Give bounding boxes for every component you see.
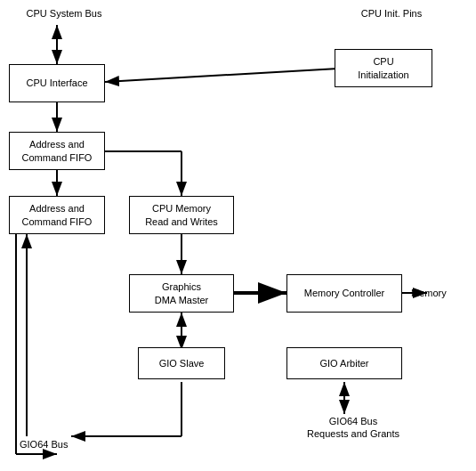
addr-cmd-fifo1-label: Address andCommand FIFO — [22, 138, 93, 164]
architecture-diagram: CPU Interface Address andCommand FIFO Ad… — [0, 0, 476, 471]
graphics-dma-box: GraphicsDMA Master — [129, 274, 234, 313]
cpu-mem-rw-box: CPU MemoryRead and Writes — [129, 196, 234, 234]
gio-arbiter-box: GIO Arbiter — [286, 347, 402, 379]
gio-slave-label: GIO Slave — [159, 357, 205, 369]
gio-slave-box: GIO Slave — [138, 347, 225, 379]
gio-arbiter-label: GIO Arbiter — [319, 357, 368, 369]
cpu-system-bus-label: CPU System Bus — [11, 7, 117, 20]
cpu-mem-rw-label: CPU MemoryRead and Writes — [145, 202, 218, 228]
cpu-interface-label: CPU Interface — [26, 77, 87, 89]
graphics-dma-label: GraphicsDMA Master — [155, 280, 209, 306]
svg-line-12 — [105, 69, 338, 82]
memory-label: Memory — [411, 287, 447, 299]
addr-cmd-fifo2-box: Address andCommand FIFO — [9, 196, 105, 234]
cpu-interface-box: CPU Interface — [9, 64, 105, 102]
gio64-bus-label: GIO64 Bus — [20, 438, 68, 451]
addr-cmd-fifo2-label: Address andCommand FIFO — [22, 202, 93, 228]
memory-controller-label: Memory Controller — [304, 287, 384, 299]
cpu-init-box: CPUInitialization — [335, 49, 432, 87]
gio64-requests-label: GIO64 BusRequests and Grants — [286, 415, 420, 441]
addr-cmd-fifo1-box: Address andCommand FIFO — [9, 132, 105, 170]
cpu-init-pins-label: CPU Init. Pins — [343, 7, 440, 20]
cpu-init-label: CPUInitialization — [358, 55, 408, 81]
memory-controller-box: Memory Controller — [286, 274, 402, 313]
